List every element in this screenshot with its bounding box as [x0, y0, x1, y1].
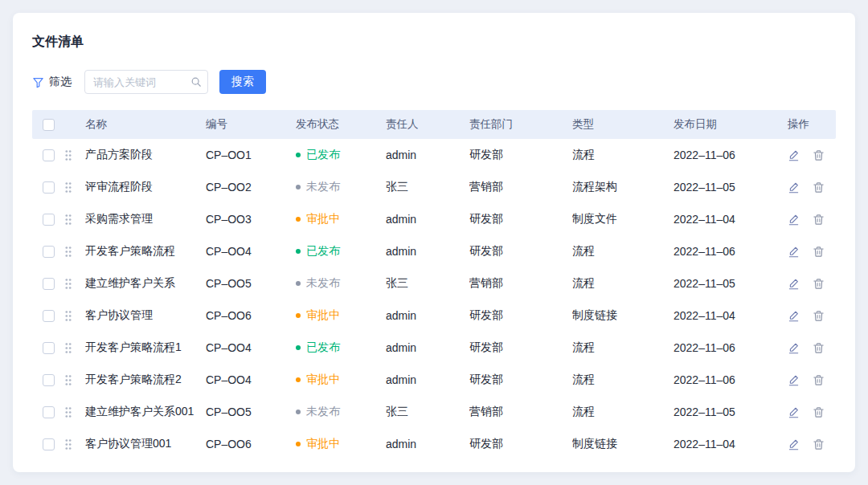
table-row: 开发客户策略流程CP–OO4已发布admin研发部流程2022–11–06: [32, 235, 836, 267]
row-checkbox[interactable]: [43, 246, 55, 258]
search-icon: [190, 76, 202, 88]
status-dot-icon: [296, 153, 301, 157]
table-row: 客户协议管理CP–OO6审批中admin研发部制度链接2022–11–04: [32, 300, 836, 332]
edit-icon[interactable]: [788, 342, 800, 354]
edit-icon[interactable]: [788, 310, 800, 322]
select-all-checkbox[interactable]: [43, 119, 55, 131]
cell-status: 已发布: [296, 244, 386, 259]
delete-icon[interactable]: [813, 214, 825, 226]
cell-dept: 研发部: [469, 340, 572, 355]
cell-owner: admin: [386, 149, 469, 161]
search-button[interactable]: 搜索: [219, 70, 266, 94]
cell-status: 未发布: [296, 405, 386, 419]
drag-handle-icon[interactable]: [64, 278, 72, 290]
status-dot-icon: [296, 442, 301, 446]
status-text: 未发布: [306, 180, 340, 194]
row-checkbox[interactable]: [43, 149, 55, 161]
edit-icon[interactable]: [788, 246, 800, 258]
status-text: 审批中: [306, 308, 340, 323]
column-header-7: 操作: [788, 117, 836, 132]
cell-code: CP–OO5: [206, 277, 296, 290]
cell-owner: admin: [386, 245, 469, 258]
column-header-3: 责任人: [386, 117, 469, 132]
filter-label: 筛选: [49, 75, 72, 89]
cell-dept: 营销部: [469, 180, 572, 194]
cell-date: 2022–11–04: [674, 309, 788, 322]
column-header-5: 类型: [572, 117, 674, 132]
status-dot-icon: [296, 185, 301, 190]
row-checkbox[interactable]: [43, 181, 55, 194]
delete-icon[interactable]: [813, 406, 825, 418]
cell-dept: 研发部: [469, 148, 572, 162]
cell-name: 建立维护客户关系001: [85, 405, 206, 419]
status-text: 已发布: [306, 148, 340, 162]
file-table: 名称编号发布状态责任人责任部门类型发布日期操作 产品方案阶段CP–OO1已发布a…: [32, 110, 836, 460]
cell-date: 2022–11–06: [674, 245, 788, 258]
table-row: 评审流程阶段CP–OO2未发布张三营销部流程架构2022–11–05: [32, 171, 836, 203]
cell-status: 已发布: [296, 148, 386, 162]
drag-handle-icon[interactable]: [64, 374, 72, 386]
cell-code: CP–OO5: [206, 406, 296, 418]
cell-owner: admin: [386, 213, 469, 226]
drag-handle-icon[interactable]: [64, 214, 72, 226]
page-title: 文件清单: [32, 34, 836, 51]
row-checkbox[interactable]: [43, 310, 55, 322]
drag-handle-icon[interactable]: [64, 149, 72, 161]
cell-date: 2022–11–04: [674, 438, 788, 450]
edit-icon[interactable]: [788, 406, 800, 418]
column-header-4: 责任部门: [469, 117, 572, 132]
cell-actions: [788, 181, 836, 194]
drag-handle-icon[interactable]: [64, 342, 72, 354]
cell-type: 流程: [572, 340, 674, 355]
table-row: 产品方案阶段CP–OO1已发布admin研发部流程2022–11–06: [32, 139, 836, 171]
edit-icon[interactable]: [788, 149, 800, 161]
cell-dept: 营销部: [469, 405, 572, 419]
edit-icon[interactable]: [788, 214, 800, 226]
row-checkbox[interactable]: [43, 438, 55, 450]
row-checkbox[interactable]: [43, 278, 55, 290]
status-dot-icon: [296, 377, 301, 382]
cell-status: 审批中: [296, 308, 386, 323]
edit-icon[interactable]: [788, 374, 800, 386]
cell-type: 制度链接: [572, 308, 674, 323]
edit-icon[interactable]: [788, 438, 800, 450]
delete-icon[interactable]: [813, 149, 825, 161]
cell-actions: [788, 214, 836, 226]
filter-button[interactable]: 筛选: [32, 75, 72, 89]
drag-handle-icon[interactable]: [64, 406, 72, 418]
row-checkbox[interactable]: [43, 374, 55, 386]
cell-type: 流程架构: [572, 180, 674, 194]
edit-icon[interactable]: [788, 278, 800, 290]
column-header-2: 发布状态: [296, 117, 386, 132]
cell-date: 2022–11–05: [674, 406, 788, 418]
row-checkbox[interactable]: [43, 214, 55, 226]
cell-dept: 研发部: [469, 244, 572, 259]
cell-date: 2022–11–06: [674, 149, 788, 161]
drag-handle-icon[interactable]: [64, 246, 72, 258]
drag-handle-icon[interactable]: [64, 310, 72, 322]
cell-dept: 研发部: [469, 373, 572, 387]
search-input[interactable]: [84, 70, 208, 94]
row-checkbox[interactable]: [43, 342, 55, 354]
delete-icon[interactable]: [813, 310, 825, 322]
drag-handle-icon[interactable]: [64, 438, 72, 450]
delete-icon[interactable]: [813, 438, 825, 450]
status-text: 审批中: [306, 373, 340, 387]
cell-actions: [788, 438, 836, 450]
status-text: 已发布: [306, 244, 340, 259]
cell-name: 开发客户策略流程1: [85, 340, 206, 355]
delete-icon[interactable]: [813, 342, 825, 354]
delete-icon[interactable]: [813, 278, 825, 290]
cell-owner: admin: [386, 373, 469, 386]
edit-icon[interactable]: [788, 181, 800, 194]
cell-name: 客户协议管理: [85, 308, 206, 323]
row-checkbox[interactable]: [43, 406, 55, 418]
delete-icon[interactable]: [813, 374, 825, 386]
drag-handle-icon[interactable]: [64, 181, 72, 194]
delete-icon[interactable]: [813, 246, 825, 258]
delete-icon[interactable]: [813, 181, 825, 194]
cell-name: 产品方案阶段: [85, 148, 206, 162]
status-dot-icon: [296, 313, 301, 318]
status-dot-icon: [296, 281, 301, 286]
toolbar: 筛选 搜索: [32, 70, 836, 94]
